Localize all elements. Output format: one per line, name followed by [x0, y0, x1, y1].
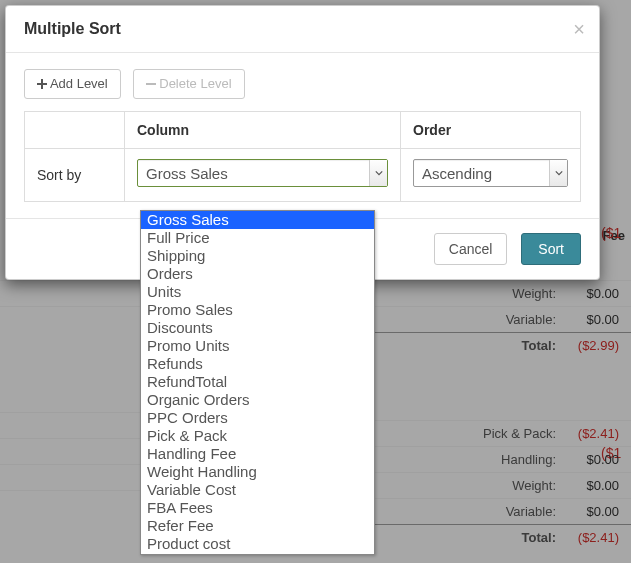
dropdown-option[interactable]: Units: [141, 283, 374, 301]
dropdown-option[interactable]: FBA Fees: [141, 499, 374, 517]
modal-body: Add Level Delete Level Column Order Sort…: [6, 53, 599, 218]
cancel-button[interactable]: Cancel: [434, 233, 508, 265]
dropdown-option[interactable]: Pick & Pack: [141, 427, 374, 445]
dropdown-option[interactable]: PPC Orders: [141, 409, 374, 427]
add-level-label: Add Level: [50, 76, 108, 91]
chevron-down-icon: [549, 160, 567, 186]
dropdown-option[interactable]: Handling Fee: [141, 445, 374, 463]
dropdown-option[interactable]: Organic Orders: [141, 391, 374, 409]
delete-level-label: Delete Level: [159, 76, 231, 91]
dropdown-option[interactable]: Variable Cost: [141, 481, 374, 499]
sort-button[interactable]: Sort: [521, 233, 581, 265]
close-icon[interactable]: ×: [573, 18, 585, 41]
dropdown-option[interactable]: Full Price: [141, 229, 374, 247]
modal-title: Multiple Sort: [24, 20, 121, 37]
chevron-down-icon: [369, 160, 387, 186]
sort-by-label: Sort by: [25, 148, 125, 201]
dropdown-option[interactable]: Ship Cost: [141, 553, 374, 555]
sort-row: Sort by Gross Sales Ascending: [25, 148, 581, 201]
dropdown-option[interactable]: Weight Handling: [141, 463, 374, 481]
sort-header-order: Order: [401, 111, 581, 148]
order-select[interactable]: Ascending: [413, 159, 568, 187]
dropdown-option[interactable]: Product cost: [141, 535, 374, 553]
column-select[interactable]: Gross Sales: [137, 159, 388, 187]
add-level-button[interactable]: Add Level: [24, 69, 121, 99]
dropdown-option[interactable]: Promo Units: [141, 337, 374, 355]
column-dropdown-list[interactable]: Gross SalesFull PriceShippingOrdersUnits…: [140, 210, 375, 555]
sort-toolbar: Add Level Delete Level: [24, 69, 581, 99]
order-select-value: Ascending: [414, 160, 567, 188]
dropdown-option[interactable]: Refer Fee: [141, 517, 374, 535]
dropdown-option[interactable]: Refunds: [141, 355, 374, 373]
dropdown-option[interactable]: Orders: [141, 265, 374, 283]
dropdown-option[interactable]: Discounts: [141, 319, 374, 337]
dropdown-option[interactable]: Promo Sales: [141, 301, 374, 319]
sort-header-column: Column: [125, 111, 401, 148]
sort-table: Column Order Sort by Gross Sales: [24, 111, 581, 202]
dropdown-option[interactable]: Gross Sales: [141, 211, 374, 229]
modal-header: Multiple Sort ×: [6, 6, 599, 53]
dropdown-option[interactable]: RefundTotal: [141, 373, 374, 391]
delete-level-button[interactable]: Delete Level: [133, 69, 245, 99]
column-select-value: Gross Sales: [138, 160, 387, 188]
plus-icon: [37, 79, 47, 89]
minus-icon: [146, 79, 156, 89]
sort-header-blank: [25, 111, 125, 148]
svg-rect-0: [146, 83, 156, 85]
dropdown-option[interactable]: Shipping: [141, 247, 374, 265]
